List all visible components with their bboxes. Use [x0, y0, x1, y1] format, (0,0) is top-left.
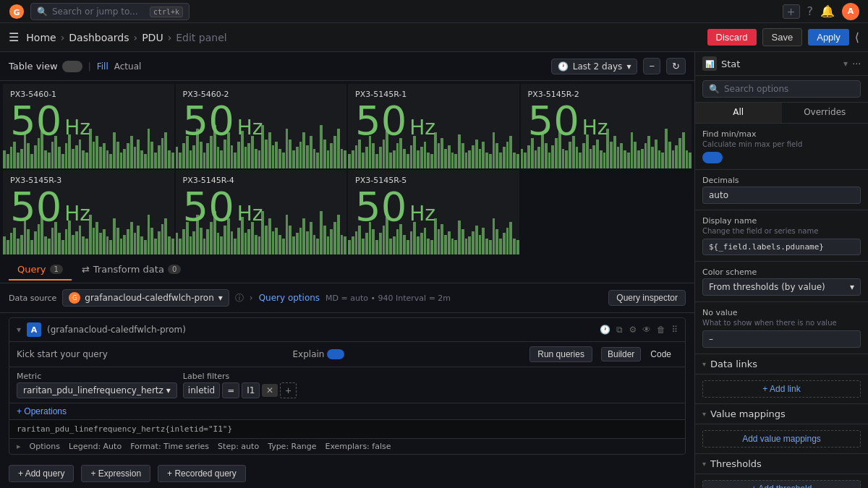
display-name-input[interactable]: ${_field.labels.pduname} [702, 239, 861, 255]
breadcrumb-home[interactable]: Home [26, 32, 56, 43]
decimals-input[interactable]: auto [702, 187, 861, 204]
breadcrumb-dashboards[interactable]: Dashboards [69, 32, 129, 43]
thresholds-arrow [702, 460, 706, 468]
tab-query[interactable]: Query 1 [9, 260, 72, 281]
filter-op-select[interactable]: = [222, 382, 239, 398]
breadcrumb-pdu[interactable]: PDU [142, 32, 163, 43]
color-scheme-select[interactable]: From thresholds (by value)▾ [702, 278, 861, 296]
filter-val-select[interactable]: I1 [242, 382, 260, 398]
run-queries-button[interactable]: Run queries [529, 346, 592, 362]
query-block-a: ▾ A (grafanacloud-caledfwlch-prom) 🕐 ⧉ ⚙… [9, 317, 686, 455]
thresholds-content: + Add threshold 50.3🗑49.7🗑Base Threshold… [695, 474, 868, 488]
query-duplicate-icon[interactable]: ⧉ [616, 325, 623, 335]
add-operations-button[interactable]: + Operations [17, 406, 67, 416]
data-links-header[interactable]: Data links [695, 354, 868, 374]
breadcrumb-sep-3: › [168, 32, 172, 43]
query-block-header: ▾ A (grafanacloud-caledfwlch-prom) 🕐 ⧉ ⚙… [9, 318, 685, 342]
decimals-section: Decimals auto [695, 170, 868, 210]
metric-select[interactable]: raritan_pdu_linefrequency_hertz [17, 382, 177, 398]
tab-all[interactable]: All [695, 103, 782, 123]
search-icon: 🔍 [37, 7, 48, 17]
query-inspector-button[interactable]: Query inspector [608, 290, 686, 306]
explain-toggle[interactable] [327, 349, 344, 359]
mode-buttons: Builder Code [601, 347, 678, 361]
find-minmax-label: Find min/max [702, 129, 861, 139]
add-query-button[interactable]: + Add query [9, 465, 74, 482]
datasource-selector[interactable]: G grafanacloud-caledfwlch-pron [62, 289, 229, 307]
find-minmax-section: Find min/max Calculate min max per field [695, 124, 868, 170]
operations-row: + Operations [9, 403, 685, 420]
tab-transform[interactable]: ⇄ Transform data 0 [73, 260, 190, 281]
metric-value: raritan_pdu_linefrequency_hertz [23, 385, 163, 395]
apply-button[interactable]: Apply [808, 29, 849, 46]
search-bar[interactable]: 🔍 Search or jump to... ctrl+k [30, 3, 190, 20]
sparkline-px3-5145r-3 [3, 211, 174, 254]
add-recorded-query-button[interactable]: + Recorded query [158, 465, 246, 482]
stat-grid: PX3-5460-150HzPX3-5460-250HzPX3-5145R-15… [0, 81, 694, 257]
filter-remove-button[interactable]: ✕ [262, 384, 278, 397]
thresholds-header[interactable]: Thresholds [695, 454, 868, 474]
help-icon[interactable]: ? [807, 4, 814, 18]
add-expression-button[interactable]: + Expression [81, 465, 150, 482]
options-row[interactable]: Options Legend: Auto Format: Time series… [9, 439, 685, 454]
add-link-button[interactable]: + Add link [702, 380, 861, 398]
add-icon[interactable]: + [783, 4, 800, 19]
arrow-right-icon: › [250, 293, 253, 303]
save-button[interactable]: Save [762, 28, 803, 46]
panel-type-icon: 📊 [702, 56, 717, 71]
panel-toolbar-left: Table view | Fill Actual [9, 61, 544, 72]
bell-icon[interactable]: 🔔 [820, 4, 835, 18]
filter-add-button[interactable]: + [280, 382, 296, 398]
tab-overrides[interactable]: Overrides [782, 103, 869, 123]
query-clock-icon[interactable]: 🕐 [600, 325, 610, 335]
query-settings-icon[interactable]: ⚙ [629, 325, 637, 335]
zoom-out-button[interactable]: − [643, 58, 660, 74]
refresh-button[interactable]: ↻ [666, 58, 686, 74]
builder-button[interactable]: Builder [601, 347, 641, 361]
code-button[interactable]: Code [644, 347, 678, 361]
query-tabs: Query 1 ⇄ Transform data 0 [0, 257, 694, 283]
options-label: Options [30, 442, 60, 451]
panel-type-more-icon[interactable]: ⋯ [852, 59, 861, 69]
toolbar-separator-1: | [88, 61, 91, 72]
display-name-sublabel: Change the field or series name [702, 227, 861, 235]
panel-type-chevron[interactable] [843, 59, 848, 69]
add-value-mapping-button[interactable]: Add value mappings [702, 430, 861, 448]
search-options-icon: 🔍 [709, 84, 720, 94]
display-name-section: Display name Change the field or series … [695, 210, 868, 262]
metric-row: Metric raritan_pdu_linefrequency_hertz L… [9, 367, 685, 403]
query-drag-icon[interactable]: ⠿ [671, 325, 678, 335]
sparkline-px3-5145r-2 [521, 125, 692, 168]
add-buttons: + Add query + Expression + Recorded quer… [0, 459, 694, 488]
collapse-icon[interactable]: ⟨ [855, 30, 859, 44]
search-shortcut: ctrl+k [150, 7, 183, 17]
stat-cell-px3-5145r-4: PX3-5145R-450Hz [176, 170, 347, 254]
app-logo[interactable]: G [9, 4, 25, 20]
help-query-icon[interactable]: ⓘ [235, 292, 244, 304]
time-range-picker[interactable]: 🕐 Last 2 days [551, 59, 638, 74]
query-options-link[interactable]: Query options [259, 293, 320, 303]
no-value-input[interactable]: – [702, 330, 861, 348]
search-options-input[interactable]: 🔍 Search options [702, 80, 861, 98]
collapse-query-icon[interactable]: ▾ [17, 325, 21, 335]
discard-button[interactable]: Discard [707, 29, 757, 46]
type-meta: Type: Range [268, 442, 316, 451]
svg-text:G: G [13, 7, 20, 17]
query-eye-icon[interactable]: 👁 [642, 325, 651, 335]
add-threshold-button[interactable]: + Add threshold [702, 480, 861, 488]
color-scheme-label: Color scheme [702, 267, 861, 277]
topbar-icons: + ? 🔔 A [783, 3, 859, 20]
query-delete-icon[interactable]: 🗑 [657, 325, 665, 335]
sparkline-px3-5145r-1 [348, 125, 519, 168]
menu-icon[interactable]: ☰ [9, 30, 19, 44]
label-filters-section: Label filters inletid = I1 ✕ + [183, 372, 297, 398]
expression-preview: raritan_pdu_linefrequency_hertz{inletid=… [9, 420, 685, 439]
format-meta: Format: Time series [130, 442, 209, 451]
find-minmax-toggle[interactable] [702, 152, 723, 163]
value-mappings-header[interactable]: Value mappings [695, 404, 868, 424]
value-mappings-arrow [702, 410, 706, 418]
avatar[interactable]: A [842, 3, 859, 20]
no-value-label: No value [702, 308, 861, 317]
table-view-switch[interactable] [62, 61, 82, 72]
filter-key-select[interactable]: inletid [183, 382, 220, 398]
